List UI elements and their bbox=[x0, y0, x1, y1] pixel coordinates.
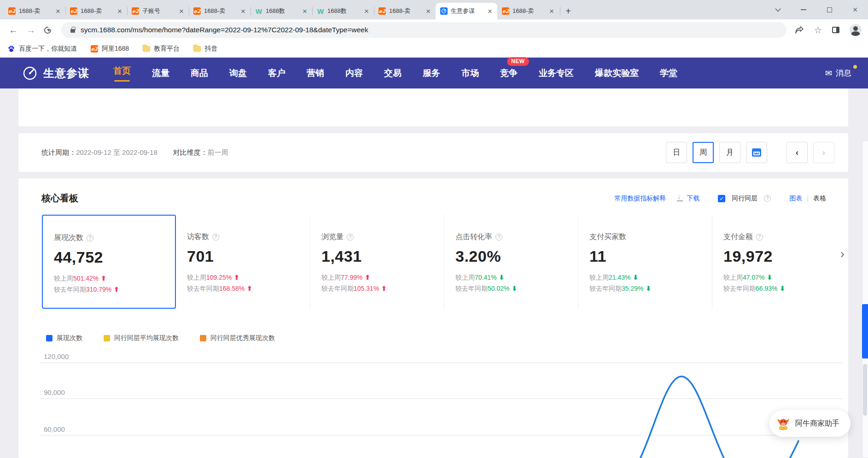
close-icon[interactable]: × bbox=[425, 7, 432, 16]
kpi-card-pageviews[interactable]: 浏览量? 1,431 较上周77.99% 较去年同期105.31% bbox=[310, 215, 444, 309]
nav-item-content[interactable]: 内容 bbox=[345, 67, 363, 79]
browser-tab[interactable]: e2 1688-卖 × bbox=[497, 3, 559, 19]
chart-view-toggle[interactable]: 图表 bbox=[789, 194, 802, 203]
lock-icon[interactable] bbox=[70, 29, 75, 33]
window-restore-button[interactable] bbox=[816, 0, 842, 19]
help-icon[interactable]: ? bbox=[756, 234, 763, 241]
arrow-down-icon bbox=[633, 274, 638, 281]
help-icon[interactable]: ? bbox=[347, 234, 354, 241]
merchant-assistant-button[interactable]: 阿牛商家助手 bbox=[769, 410, 851, 437]
legend-swatch bbox=[104, 335, 110, 341]
nav-item-academy[interactable]: 学堂 bbox=[660, 67, 677, 79]
download-icon[interactable] bbox=[677, 195, 683, 201]
kpi-card-row: 展现次数? 44,752 较上周501.42% 较去年同期310.79% 访客数… bbox=[42, 215, 835, 309]
profile-avatar[interactable] bbox=[850, 24, 862, 36]
kpi-card-ctr[interactable]: 点击转化率? 3.20% 较上周70.41% 较去年同期50.02% bbox=[444, 215, 578, 309]
nav-item-service[interactable]: 服务 bbox=[423, 67, 440, 79]
bookmark-star-icon[interactable]: ☆ bbox=[814, 25, 822, 35]
legend-item-impressions[interactable]: 展现次数 bbox=[46, 334, 82, 342]
close-icon[interactable]: × bbox=[116, 7, 123, 16]
granularity-day-button[interactable]: 日 bbox=[666, 142, 687, 163]
close-icon[interactable]: × bbox=[548, 7, 555, 16]
ali-1688-icon: e2 bbox=[502, 7, 509, 15]
next-period-button[interactable]: › bbox=[813, 142, 834, 163]
metric-explain-link[interactable]: 常用数据指标解释 bbox=[614, 194, 666, 203]
browser-tab[interactable]: e2 1688-卖 × bbox=[65, 3, 127, 19]
close-icon[interactable]: × bbox=[486, 7, 494, 16]
bookmark-ali1688[interactable]: e2 阿里1688 bbox=[91, 45, 129, 53]
help-icon[interactable]: ? bbox=[212, 234, 219, 241]
nav-item-business-zone[interactable]: 业务专区 bbox=[539, 67, 574, 79]
help-icon[interactable]: ? bbox=[495, 234, 502, 241]
bull-mascot-icon bbox=[776, 416, 791, 431]
granularity-week-button[interactable]: 周 bbox=[693, 142, 714, 163]
new-tab-button[interactable]: + bbox=[562, 5, 575, 18]
scrollbar-thumb[interactable] bbox=[863, 364, 867, 416]
arrow-up-icon bbox=[247, 285, 252, 292]
nav-item-market[interactable]: 市场 bbox=[461, 67, 479, 79]
tab-search-chevron-icon[interactable] bbox=[765, 0, 791, 19]
folder-icon bbox=[143, 46, 150, 52]
close-icon[interactable]: × bbox=[54, 7, 62, 16]
divider: | bbox=[807, 195, 809, 202]
kpi-card-visitors[interactable]: 访客数? 701 较上周109.25% 较去年同期168.58% bbox=[176, 215, 310, 309]
kpi-carousel-next-icon[interactable]: › bbox=[840, 247, 845, 260]
table-view-toggle[interactable]: 表格 bbox=[813, 194, 826, 203]
brand-logo[interactable]: 生意参谋 bbox=[22, 65, 89, 81]
side-panel-icon[interactable] bbox=[832, 27, 839, 33]
kpi-card-paying-buyers[interactable]: 支付买家数 11 较上周21.43% 较去年同期35.29% bbox=[578, 215, 712, 309]
trend-chart[interactable]: 120,000 90,000 60,000 bbox=[18, 345, 848, 458]
bookmark-baidu[interactable]: 百度一下，你就知道 bbox=[7, 45, 77, 53]
forward-button[interactable]: → bbox=[22, 23, 40, 37]
kpi-name: 访客数 bbox=[187, 232, 209, 242]
bookmarks-bar: 百度一下，你就知道 e2 阿里1688 教育平台 抖音 bbox=[0, 41, 868, 58]
help-icon[interactable]: ? bbox=[87, 235, 93, 241]
close-icon[interactable]: × bbox=[178, 7, 185, 16]
arrow-down-icon bbox=[512, 285, 517, 292]
compare-label: 对比维度： bbox=[173, 148, 208, 157]
close-icon[interactable]: × bbox=[363, 7, 370, 16]
messages-button[interactable]: ✉ 消息 bbox=[825, 68, 851, 78]
close-icon[interactable]: × bbox=[301, 7, 309, 16]
window-close-button[interactable]: × bbox=[842, 0, 868, 19]
browser-tab[interactable]: e2 1688-卖 × bbox=[189, 3, 250, 19]
nav-item-trade[interactable]: 交易 bbox=[384, 67, 402, 79]
nav-item-hot-lab[interactable]: 爆款实验室 bbox=[595, 67, 639, 79]
nav-item-marketing[interactable]: 营销 bbox=[307, 67, 324, 79]
peer-layer-checkbox[interactable]: ✓ bbox=[718, 195, 725, 202]
browser-tab[interactable]: W 1688数 × bbox=[312, 3, 374, 19]
calendar-picker-button[interactable] bbox=[746, 142, 767, 163]
reload-icon[interactable] bbox=[44, 27, 51, 34]
nav-item-home[interactable]: 首页 bbox=[113, 65, 131, 82]
legend-item-peer-average[interactable]: 同行同层平均展现次数 bbox=[104, 334, 179, 342]
kpi-value: 11 bbox=[589, 247, 707, 265]
bookmark-folder-edu[interactable]: 教育平台 bbox=[143, 45, 180, 53]
kpi-card-payment-amount[interactable]: 支付金额? 19,972 较上周47.07% 较去年同期66.93% bbox=[712, 215, 846, 309]
window-minimize-button[interactable] bbox=[791, 0, 816, 19]
granularity-month-button[interactable]: 月 bbox=[719, 142, 740, 163]
browser-tab[interactable]: W 1688数 × bbox=[250, 3, 312, 19]
download-link[interactable]: 下载 bbox=[687, 194, 699, 203]
share-icon[interactable] bbox=[795, 26, 804, 34]
assistant-label: 阿牛商家助手 bbox=[795, 419, 839, 429]
nav-item-product[interactable]: 商品 bbox=[191, 67, 208, 79]
nav-item-competition[interactable]: 竞争 NEW bbox=[500, 67, 518, 79]
browser-tab[interactable]: e2 1688-卖 × bbox=[374, 3, 436, 19]
nav-item-traffic[interactable]: 流量 bbox=[152, 67, 169, 79]
help-icon[interactable]: ? bbox=[764, 195, 771, 202]
arrow-up-icon bbox=[234, 274, 239, 281]
address-bar[interactable]: sycm.1688.com/ms/home/home?dateRange=202… bbox=[61, 22, 786, 38]
ali-1688-icon: e2 bbox=[132, 7, 139, 15]
nav-item-customer[interactable]: 客户 bbox=[268, 67, 285, 79]
kpi-card-impressions[interactable]: 展现次数? 44,752 较上周501.42% 较去年同期310.79% bbox=[42, 215, 176, 309]
bookmark-folder-douyin[interactable]: 抖音 bbox=[193, 45, 217, 53]
browser-tab[interactable]: e2 1688-卖 × bbox=[4, 3, 65, 19]
back-button[interactable]: ← bbox=[5, 23, 22, 37]
browser-tab-active[interactable]: 生意参谋 × bbox=[436, 3, 497, 19]
legend-item-peer-excellent[interactable]: 同行同层优秀展现次数 bbox=[200, 334, 275, 342]
close-icon[interactable]: × bbox=[239, 7, 247, 16]
nav-item-inquiry[interactable]: 询盘 bbox=[229, 67, 247, 79]
browser-tab[interactable]: e2 子账号 × bbox=[127, 3, 189, 19]
side-feedback-tab[interactable] bbox=[862, 304, 868, 358]
prev-period-button[interactable]: ‹ bbox=[786, 142, 808, 163]
